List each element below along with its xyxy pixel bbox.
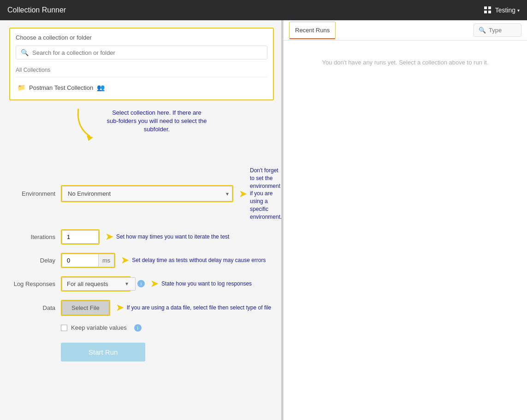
data-row: Data Select File ➤ If you are using a da… (9, 300, 274, 316)
app-title: Collection Runner (7, 6, 66, 14)
keep-variable-row: Keep variable values i (61, 324, 274, 332)
collection-search-bar[interactable]: 🔍 (16, 46, 267, 59)
delay-input[interactable] (62, 254, 99, 267)
header: Collection Runner Testing ▾ (0, 0, 527, 20)
all-collections-label: All Collections (16, 65, 267, 77)
right-arrow-icon: ➤ (116, 302, 124, 314)
search-icon: 🔍 (21, 49, 29, 56)
header-right: Testing ▾ (484, 6, 520, 14)
main-layout: Choose a collection or folder 🔍 All Coll… (0, 20, 527, 420)
log-responses-row: Log Responses For all requests For faile… (9, 276, 274, 292)
iterations-annotation-text: Set how may times you want to iterate th… (116, 233, 229, 241)
environment-dropdown[interactable]: No Environment (62, 186, 232, 201)
log-responses-control: For all requests For failed requests Non… (61, 276, 145, 292)
grid-icon (484, 6, 491, 14)
environment-dropdown-wrap: No Environment ▾ (61, 185, 233, 202)
collection-search-input[interactable] (32, 49, 262, 56)
environment-control: No Environment ▾ (61, 185, 233, 202)
info-icon[interactable]: i (137, 280, 145, 287)
collection-chooser-box: Choose a collection or folder 🔍 All Coll… (9, 28, 274, 100)
iterations-input[interactable] (62, 230, 99, 244)
log-responses-label: Log Responses (9, 280, 55, 287)
right-arrow-icon: ➤ (150, 278, 159, 290)
iterations-input-wrap (61, 229, 100, 245)
iterations-row: Iterations ➤ Set how may times you want … (9, 229, 274, 245)
log-responses-wrap: For all requests For failed requests Non… (61, 276, 131, 292)
chevron-down-icon: ▾ (517, 8, 520, 13)
environment-row: Environment No Environment ▾ ➤ Don't for… (9, 167, 274, 221)
workspace-selector[interactable]: Testing ▾ (495, 6, 520, 14)
team-icon: 👥 (97, 84, 105, 91)
iterations-annotation: ➤ Set how may times you want to iterate … (105, 231, 229, 243)
annotation-area: Select collection here. If there are sub… (9, 104, 274, 159)
right-arrow-icon: ➤ (121, 254, 129, 266)
ms-label: ms (99, 254, 114, 267)
select-file-button[interactable]: Select File (62, 301, 109, 315)
delay-annotation-text: Set delay time as tests without delay ma… (132, 257, 266, 264)
iterations-control (61, 229, 100, 245)
log-annotation: ➤ State how you want to log responses (150, 278, 252, 290)
data-label: Data (9, 304, 55, 311)
runs-search-input[interactable] (489, 27, 516, 34)
empty-state-message: You don't have any runs yet. Select a co… (284, 41, 527, 420)
data-annotation: ➤ If you are using a data file, select f… (116, 302, 272, 314)
data-annotation-text: If you are using a data file, select fil… (127, 304, 272, 312)
annotation-text: Select collection here. If there are sub… (106, 109, 207, 134)
keep-variable-info-icon[interactable]: i (134, 324, 142, 332)
right-arrow-icon: ➤ (105, 231, 113, 243)
annotation-arrow (74, 109, 101, 141)
delay-annotation: ➤ Set delay time as tests without delay … (121, 254, 266, 266)
data-file-wrap: Select File (61, 300, 110, 316)
delay-row: Delay ms ➤ Set delay time as tests witho… (9, 253, 274, 268)
delay-label: Delay (9, 257, 55, 264)
collection-chooser-title: Choose a collection or folder (16, 34, 267, 41)
collection-item[interactable]: 📁 Postman Test Collection 👥 (16, 81, 267, 94)
keep-variable-label: Keep variable values (71, 324, 127, 331)
log-responses-select[interactable]: For all requests For failed requests Non… (62, 277, 136, 291)
right-panel: Recent Runs 🔍 You don't have any runs ye… (283, 20, 527, 420)
tab-recent-runs[interactable]: Recent Runs (289, 22, 336, 39)
left-panel: Choose a collection or folder 🔍 All Coll… (0, 20, 281, 420)
environment-annotation: ➤ Don't forget to set the environment if… (239, 167, 281, 221)
right-panel-tabs: Recent Runs 🔍 (284, 20, 527, 41)
delay-control: ms (61, 253, 115, 268)
environment-label: Environment (9, 190, 55, 197)
keep-variable-checkbox[interactable] (61, 325, 67, 331)
start-run-wrap: Start Run (61, 343, 274, 362)
delay-input-wrap: ms (61, 253, 115, 268)
collection-name: Postman Test Collection (29, 84, 93, 91)
collection-annotation: Select collection here. If there are sub… (74, 109, 207, 141)
tab-search-bar[interactable]: 🔍 (474, 23, 521, 37)
workspace-name: Testing (495, 6, 515, 14)
iterations-label: Iterations (9, 233, 55, 240)
start-run-button[interactable]: Start Run (61, 343, 145, 362)
environment-annotation-text: Don't forget to set the environment if y… (250, 167, 281, 221)
search-icon: 🔍 (479, 27, 486, 34)
folder-icon: 📁 (18, 84, 25, 91)
log-annotation-text: State how you want to log responses (161, 280, 252, 288)
right-arrow-icon: ➤ (239, 188, 247, 200)
data-control: Select File (61, 300, 110, 316)
